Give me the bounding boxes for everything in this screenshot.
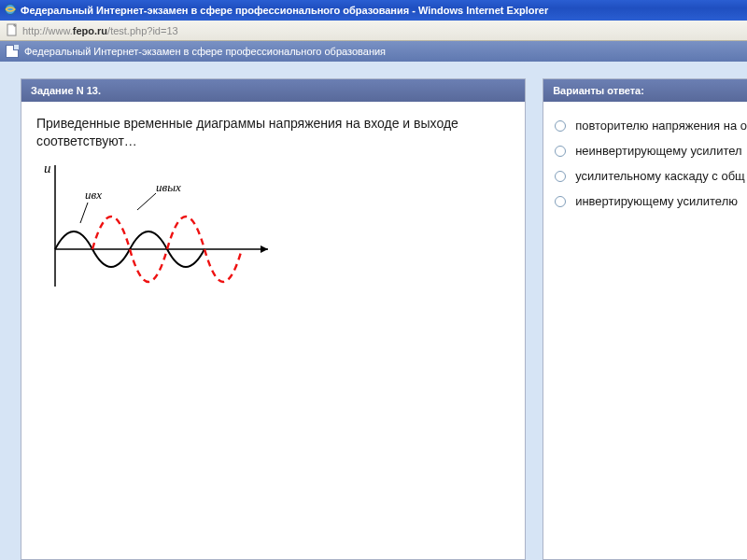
answer-option[interactable]: усилительному каскаду с общ (555, 163, 747, 189)
radio-icon[interactable] (555, 171, 566, 182)
url-prefix: http://www. (22, 25, 73, 36)
window-titlebar: Федеральный Интернет-экзамен в сфере про… (0, 0, 747, 21)
content-area: Задание N 13. Приведенные временные диаг… (0, 62, 747, 560)
question-text: Приведенные временные диаграммы напряжен… (36, 115, 510, 150)
document-icon (6, 45, 19, 58)
answer-label: неинвертирующему усилител (575, 144, 741, 158)
radio-icon[interactable] (555, 120, 566, 132)
question-header: Задание N 13. (21, 79, 525, 102)
url-path: /test.php?id=13 (107, 25, 178, 36)
ie-icon (4, 3, 17, 18)
answer-label: инвертирующему усилителю (575, 194, 738, 208)
svg-marker-3 (261, 245, 268, 253)
axis-label: u (44, 161, 51, 175)
radio-icon[interactable] (555, 196, 566, 207)
svg-line-5 (80, 203, 88, 223)
answer-option[interactable]: повторителю напряжения на о (555, 113, 747, 138)
page-icon (6, 23, 19, 38)
url-host: fepo.ru (73, 25, 107, 36)
question-panel: Задание N 13. Приведенные временные диаг… (21, 78, 526, 560)
svg-line-6 (137, 193, 156, 210)
answer-option[interactable]: неинвертирующему усилител (555, 138, 747, 163)
answers-header: Варианты ответа: (543, 79, 747, 102)
answer-label: повторителю напряжения на о (575, 119, 747, 133)
page-header-title: Федеральный Интернет-экзамен в сфере про… (24, 46, 386, 57)
voltage-diagram: u uвх uвых (36, 156, 510, 310)
answers-panel: Варианты ответа: повторителю напряжения … (543, 78, 747, 560)
answer-label: усилительному каскаду с общ (575, 169, 745, 183)
address-bar[interactable]: http://www.fepo.ru/test.php?id=13 (0, 21, 747, 41)
label-u-in: uвх (85, 188, 102, 202)
label-u-out: uвых (156, 180, 181, 194)
window-title: Федеральный Интернет-экзамен в сфере про… (21, 5, 548, 16)
page-header-bar: Федеральный Интернет-экзамен в сфере про… (0, 41, 747, 62)
radio-icon[interactable] (555, 146, 566, 157)
answer-option[interactable]: инвертирующему усилителю (555, 189, 747, 214)
